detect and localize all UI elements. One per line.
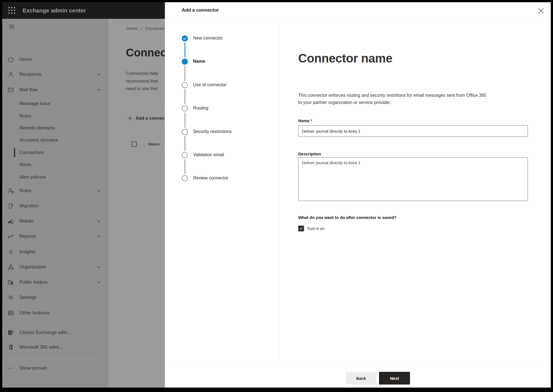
sidebar-item-mail-flow[interactable]: Mail flow <box>2 83 108 96</box>
reports-icon <box>7 233 14 240</box>
app-window: Exchange admin center Home Recipients Ma… <box>2 2 551 388</box>
sidebar-item-show-pinned[interactable]: Show pinned <box>2 362 108 375</box>
checkbox-checked-icon[interactable] <box>298 226 304 231</box>
selected-indicator <box>14 148 15 157</box>
ellipsis-icon <box>7 365 14 372</box>
description-field-label: Description <box>298 151 321 156</box>
chevron-up-icon <box>96 87 101 92</box>
step-description: This connector enforces routing and secu… <box>298 92 486 106</box>
dialog-header: Add a connector <box>165 2 551 19</box>
close-button[interactable] <box>537 7 545 15</box>
sidebar-divider <box>8 323 101 323</box>
dialog-footer: Back Next <box>165 366 551 388</box>
step-current-icon <box>182 59 188 65</box>
sidebar-item-remote-domains[interactable]: Remote domains <box>2 122 108 134</box>
sidebar-item-settings[interactable]: Settings <box>2 291 108 304</box>
mobile-icon <box>7 218 14 224</box>
app-title: Exchange admin center <box>23 7 86 14</box>
dialog-content: Connector name This connector enforces r… <box>279 19 551 366</box>
sidebar-item-other-features[interactable]: Other features <box>2 306 108 320</box>
column-header-status[interactable]: Status <box>148 142 160 146</box>
table-grid-icon <box>7 310 14 316</box>
svg-text:E: E <box>9 331 11 334</box>
roles-icon <box>7 187 14 194</box>
step-connector-line <box>185 159 185 174</box>
org-chart-icon <box>7 264 14 270</box>
chevron-down-icon <box>96 234 101 239</box>
sidebar-item-organization[interactable]: Organization <box>2 260 108 274</box>
breadcrumb: Home › Connectors <box>126 26 167 31</box>
after-save-question: What do you want to do after connector i… <box>298 215 396 220</box>
person-icon <box>7 71 14 78</box>
select-all-checkbox[interactable] <box>132 142 137 147</box>
breadcrumb-separator-icon: › <box>141 26 142 31</box>
plus-icon <box>127 116 133 121</box>
wizard-steps-panel: New connector Name Use of connector Rout… <box>165 19 279 366</box>
folder-globe-icon <box>7 279 14 286</box>
dialog-title: Add a connector <box>182 7 219 13</box>
classic-exchange-icon: E <box>7 329 14 336</box>
sidebar-item-m365-admin[interactable]: Microsoft 365 admi... <box>2 341 108 354</box>
step-connector-line <box>185 43 185 58</box>
breadcrumb-home[interactable]: Home <box>126 26 137 31</box>
description-textarea[interactable] <box>298 157 528 201</box>
sidebar-item-connectors[interactable]: Connectors <box>2 147 108 159</box>
sidebar-item-classic-exchange[interactable]: E Classic Exchange adm... <box>2 326 108 339</box>
sidebar-item-alert-policies[interactable]: Alert policies <box>2 171 108 183</box>
lightbulb-icon <box>7 249 14 255</box>
envelope-icon <box>7 87 14 93</box>
step-connector-line <box>185 113 185 128</box>
step-complete-icon <box>182 35 188 41</box>
sidebar-item-home[interactable]: Home <box>2 53 108 66</box>
step-heading: Connector name <box>298 51 392 65</box>
back-button[interactable]: Back <box>346 372 377 385</box>
step-upcoming-icon <box>182 129 188 135</box>
hamburger-menu-icon[interactable] <box>8 24 15 30</box>
turn-it-on-checkbox-row[interactable]: Turn it on <box>298 226 324 231</box>
microsoft-365-icon <box>7 344 14 351</box>
sidebar-item-mobile[interactable]: Mobile <box>2 215 108 228</box>
chevron-down-icon <box>96 188 101 193</box>
app-launcher-icon[interactable] <box>8 7 15 14</box>
add-connector-button[interactable]: Add a connector <box>127 115 170 121</box>
sidebar-divider <box>8 358 101 359</box>
breadcrumb-connectors[interactable]: Connectors <box>146 26 167 31</box>
add-connector-dialog: Add a connector New connector Name <box>165 2 551 388</box>
chevron-down-icon <box>96 265 101 270</box>
chevron-down-icon <box>96 72 101 77</box>
sidebar-item-insights[interactable]: Insights <box>2 245 108 258</box>
next-button[interactable]: Next <box>379 372 410 385</box>
migration-icon <box>7 203 14 209</box>
step-connector-line <box>185 89 185 104</box>
sidebar-item-alerts[interactable]: Alerts <box>2 159 108 171</box>
sidebar-nav: Home Recipients Mail flow Message trace … <box>2 19 108 388</box>
step-upcoming-icon <box>182 82 188 88</box>
sidebar-item-reports[interactable]: Reports <box>2 230 108 243</box>
turn-it-on-label: Turn it on <box>307 226 324 231</box>
step-upcoming-icon <box>182 175 188 181</box>
sidebar-item-roles[interactable]: Roles <box>2 184 108 197</box>
page-intro-text: Connectors help recommend that need to u… <box>126 70 158 93</box>
gear-icon <box>7 294 14 301</box>
name-field-label: Name* <box>298 118 312 123</box>
sidebar-item-recipients[interactable]: Recipients <box>2 68 108 81</box>
sidebar-item-rules[interactable]: Rules <box>2 110 108 122</box>
sidebar-item-public-folders[interactable]: Public folders <box>2 276 108 289</box>
step-connector-line <box>185 136 185 151</box>
table-header-row: Status <box>132 142 160 147</box>
required-marker: * <box>311 118 312 123</box>
home-icon <box>7 56 14 63</box>
chevron-down-icon <box>96 280 101 285</box>
chevron-down-icon <box>96 219 101 224</box>
sidebar-item-message-trace[interactable]: Message trace <box>2 98 108 110</box>
step-upcoming-icon <box>182 105 188 111</box>
name-input[interactable] <box>298 125 528 137</box>
step-upcoming-icon <box>182 152 188 158</box>
step-connector-line <box>185 66 185 81</box>
close-icon <box>537 7 545 15</box>
sidebar-item-accepted-domains[interactable]: Accepted domains <box>2 134 108 146</box>
sidebar-item-migration[interactable]: Migration <box>2 199 108 213</box>
